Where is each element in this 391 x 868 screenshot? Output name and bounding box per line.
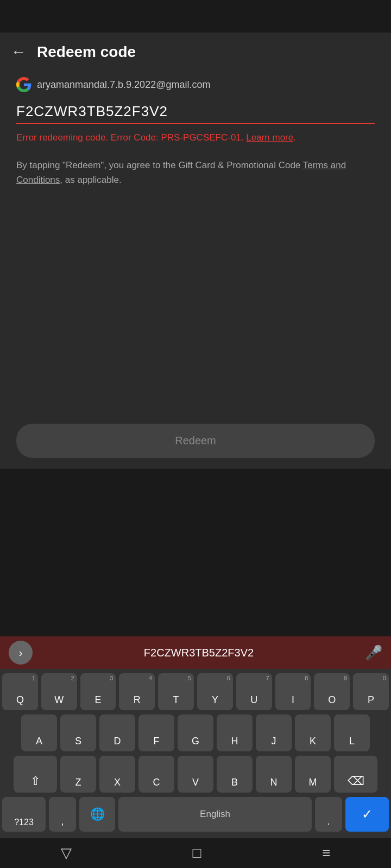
code-input-wrapper[interactable] [16, 103, 375, 124]
key-N[interactable]: N [256, 756, 292, 793]
key-globe[interactable]: 🌐 [79, 797, 115, 832]
content-spacer [0, 220, 391, 415]
key-Q[interactable]: 1Q [2, 673, 38, 710]
keyboard-expand-button[interactable]: › [9, 641, 33, 665]
key-X[interactable]: X [99, 756, 135, 793]
keyboard-row-2: A S D F G H J K L [2, 714, 389, 751]
keyboard-row-4: ?123 , 🌐 English . ✓ [2, 797, 389, 832]
google-logo-icon [16, 77, 31, 92]
status-bar [0, 0, 391, 33]
key-C[interactable]: C [138, 756, 174, 793]
key-rows: 1Q 2W 3E 4R 5T 6Y 7U 8I 9O 0P A S D F G … [0, 669, 391, 838]
nav-back-button[interactable]: ▽ [61, 845, 72, 861]
key-space[interactable]: English [118, 797, 312, 832]
key-F[interactable]: F [138, 714, 174, 751]
key-I[interactable]: 8I [275, 673, 311, 710]
keyboard-row-3: ⇧ Z X C V B N M ⌫ [2, 756, 389, 793]
key-R[interactable]: 4R [119, 673, 155, 710]
key-J[interactable]: J [256, 714, 292, 751]
key-numbers[interactable]: ?123 [2, 797, 46, 832]
key-S[interactable]: S [60, 714, 96, 751]
back-button[interactable]: ← [11, 44, 26, 60]
keyboard-typed-text: F2CZWR3TB5Z2F3V2 [33, 647, 365, 659]
key-G[interactable]: G [178, 714, 213, 751]
key-enter[interactable]: ✓ [345, 797, 389, 832]
redeem-button-wrapper: Redeem [0, 415, 391, 469]
terms-text: By tapping "Redeem", you agree to the Gi… [16, 158, 375, 187]
key-L[interactable]: L [334, 714, 370, 751]
key-backspace[interactable]: ⌫ [334, 756, 377, 793]
error-message: Error redeeming code. Error Code: PRS-PG… [16, 131, 375, 145]
key-E[interactable]: 3E [80, 673, 116, 710]
header: ← Redeem code [0, 33, 391, 72]
nav-bar: ▽ □ ≡ [0, 838, 391, 868]
keyboard-top-bar: › F2CZWR3TB5Z2F3V2 🎤 [0, 636, 391, 669]
keyboard-mic-button[interactable]: 🎤 [365, 644, 382, 661]
nav-home-button[interactable]: □ [193, 845, 201, 861]
key-K[interactable]: K [295, 714, 331, 751]
key-V[interactable]: V [178, 756, 213, 793]
key-A[interactable]: A [21, 714, 57, 751]
key-O[interactable]: 9O [314, 673, 350, 710]
key-Z[interactable]: Z [60, 756, 96, 793]
main-content: aryamanmandal.7.b.9.2022@gmail.com Error… [0, 72, 391, 220]
key-M[interactable]: M [295, 756, 331, 793]
key-B[interactable]: B [217, 756, 253, 793]
key-P[interactable]: 0P [353, 673, 389, 710]
keyboard: › F2CZWR3TB5Z2F3V2 🎤 1Q 2W 3E 4R 5T 6Y 7… [0, 636, 391, 838]
account-row: aryamanmandal.7.b.9.2022@gmail.com [16, 77, 375, 92]
code-input[interactable] [16, 103, 375, 120]
key-T[interactable]: 5T [158, 673, 194, 710]
key-W[interactable]: 2W [41, 673, 77, 710]
key-period[interactable]: . [315, 797, 342, 832]
page-title: Redeem code [37, 43, 136, 61]
key-shift[interactable]: ⇧ [14, 756, 57, 793]
key-H[interactable]: H [217, 714, 253, 751]
key-Y[interactable]: 6Y [197, 673, 233, 710]
account-email: aryamanmandal.7.b.9.2022@gmail.com [37, 79, 210, 91]
learn-more-link[interactable]: Learn more [246, 132, 293, 143]
key-U[interactable]: 7U [236, 673, 272, 710]
keyboard-row-1: 1Q 2W 3E 4R 5T 6Y 7U 8I 9O 0P [2, 673, 389, 710]
nav-menu-button[interactable]: ≡ [322, 845, 330, 861]
redeem-button[interactable]: Redeem [16, 424, 375, 458]
key-D[interactable]: D [99, 714, 135, 751]
key-comma[interactable]: , [49, 797, 76, 832]
